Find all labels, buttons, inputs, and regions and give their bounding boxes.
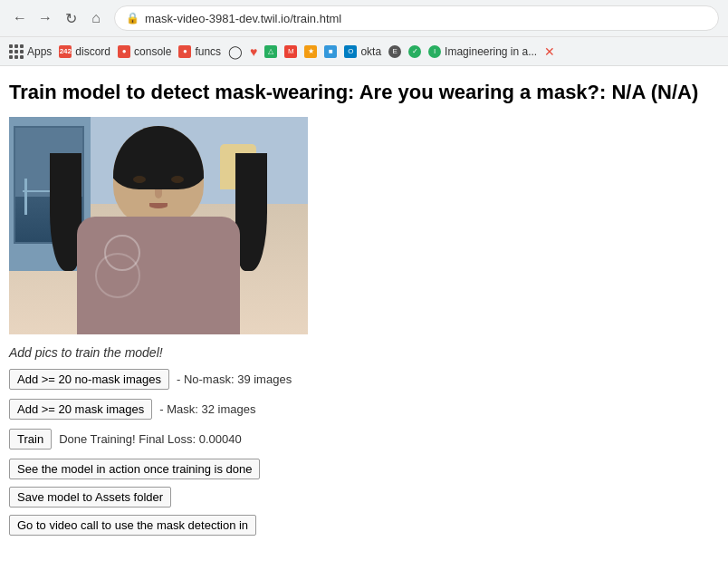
extra-icon: ✕: [544, 44, 555, 59]
bookmarks-bar: Apps 242 discord ● console ● funcs ◯ ♥ △…: [0, 36, 728, 65]
browser-toolbar: ← → ↻ ⌂ 🔒 mask-video-3981-dev.twil.io/tr…: [0, 0, 728, 36]
forward-button[interactable]: →: [34, 7, 56, 29]
add-no-mask-button[interactable]: Add >= 20 no-mask images: [9, 369, 169, 390]
bookmark-github[interactable]: ◯: [228, 44, 243, 59]
gdrive-icon: △: [264, 45, 277, 58]
bookmark-extra[interactable]: ✕: [544, 44, 555, 59]
bookmark-console-label: console: [134, 45, 171, 58]
okta-icon: O: [344, 45, 357, 58]
bookmark-funcs-icon: ●: [178, 45, 191, 58]
bookmark-e[interactable]: E: [388, 45, 401, 58]
train-button[interactable]: Train: [9, 429, 52, 450]
bookmark-imagineering-label: Imagineering in a...: [445, 45, 537, 58]
go-video-button[interactable]: Go to video call to use the mask detecti…: [9, 515, 256, 536]
person-hair-top: [113, 126, 204, 189]
webcam-view: [9, 117, 308, 334]
bookmark-gmail[interactable]: M: [284, 45, 297, 58]
ext2-icon: ■: [324, 45, 337, 58]
gmail-icon: M: [284, 45, 297, 58]
home-button[interactable]: ⌂: [85, 7, 107, 29]
nav-buttons: ← → ↻ ⌂: [9, 7, 107, 29]
see-model-button[interactable]: See the model in action once training is…: [9, 459, 260, 479]
bookmark-heart[interactable]: ♥: [250, 44, 257, 59]
bookmark-ext2[interactable]: ■: [324, 45, 337, 58]
page-content: Train model to detect mask-wearing: Are …: [0, 66, 728, 557]
imagineering-icon: I: [428, 45, 441, 58]
add-mask-button[interactable]: Add >= 20 mask images: [9, 399, 152, 420]
train-status: Done Training! Final Loss: 0.00040: [59, 432, 242, 446]
bookmark-funcs-label: funcs: [195, 45, 221, 58]
webcam-placeholder: [9, 117, 308, 334]
bookmark-242-label: discord: [75, 45, 110, 58]
green2-icon: ✓: [408, 45, 421, 58]
bookmark-gdrive[interactable]: △: [264, 45, 277, 58]
person-head: [113, 126, 204, 226]
bookmark-imagineering[interactable]: I Imagineering in a...: [428, 45, 537, 58]
instruction-text: Add pics to train the model!: [9, 345, 719, 360]
save-model-button[interactable]: Save model to Assets folder: [9, 487, 171, 508]
no-mask-row: Add >= 20 no-mask images - No-mask: 39 i…: [9, 369, 719, 390]
bookmark-console-icon: ●: [118, 45, 130, 58]
bookmark-ext1[interactable]: ★: [304, 45, 317, 58]
hair-side-right: [235, 153, 267, 271]
mask-row: Add >= 20 mask images - Mask: 32 images: [9, 399, 719, 420]
bookmark-green2[interactable]: ✓: [408, 45, 421, 58]
bookmark-okta[interactable]: O okta: [344, 45, 381, 58]
github-icon: ◯: [228, 44, 243, 59]
train-row: Train Done Training! Final Loss: 0.00040: [9, 429, 719, 450]
page-title: Train model to detect mask-wearing: Are …: [9, 81, 719, 104]
no-mask-count: - No-mask: 39 images: [177, 372, 292, 386]
apps-label: Apps: [27, 45, 52, 58]
bookmark-242-icon: 242: [59, 45, 72, 58]
browser-chrome: ← → ↻ ⌂ 🔒 mask-video-3981-dev.twil.io/tr…: [0, 0, 728, 66]
e-icon: E: [388, 45, 401, 58]
refresh-button[interactable]: ↻: [60, 7, 81, 29]
url-text: mask-video-3981-dev.twil.io/train.html: [145, 12, 341, 25]
person-body: [77, 217, 240, 334]
bookmark-242[interactable]: 242 discord: [59, 45, 110, 58]
bookmark-funcs[interactable]: ● funcs: [178, 45, 221, 58]
actions-section: Add pics to train the model! Add >= 20 n…: [9, 345, 719, 536]
bookmark-okta-label: okta: [360, 45, 381, 58]
address-bar[interactable]: 🔒 mask-video-3981-dev.twil.io/train.html: [114, 5, 719, 31]
back-button[interactable]: ←: [9, 7, 31, 29]
person-silhouette: [68, 126, 249, 334]
bookmark-apps[interactable]: Apps: [9, 44, 52, 59]
ext1-icon: ★: [304, 45, 317, 58]
lock-icon: 🔒: [126, 12, 139, 24]
bookmark-console[interactable]: ● console: [118, 45, 171, 58]
apps-grid-icon: [9, 44, 24, 59]
heart-icon: ♥: [250, 44, 257, 59]
mask-count: - Mask: 32 images: [159, 402, 255, 416]
